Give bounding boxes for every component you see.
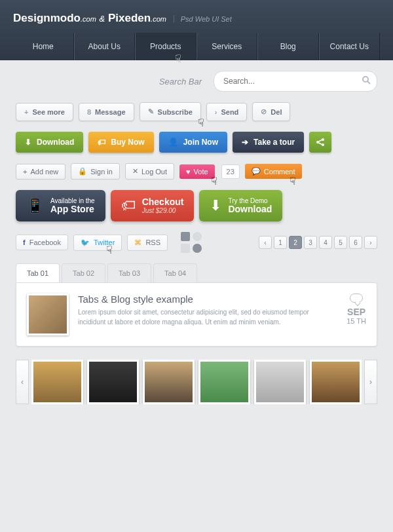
- vote-count: 23: [221, 164, 240, 179]
- carousel-prev[interactable]: ‹: [16, 360, 29, 404]
- facebook-icon: f: [23, 238, 26, 246]
- comment-icon: 💬: [252, 167, 261, 176]
- thumbnail[interactable]: [198, 360, 250, 404]
- sign-in-button[interactable]: 🔒Sign in: [71, 163, 120, 180]
- share-icon: [316, 138, 325, 147]
- page-1[interactable]: 1: [274, 236, 287, 249]
- download-icon: ⬇: [25, 138, 31, 147]
- add-new-button[interactable]: +Add new: [16, 164, 66, 180]
- share-button[interactable]: [309, 132, 331, 153]
- page-5[interactable]: 5: [334, 236, 347, 249]
- page-2[interactable]: 2: [289, 236, 302, 249]
- toggle-circle-off[interactable]: [193, 232, 202, 241]
- heart-icon: ♥: [186, 168, 191, 176]
- tab-title: Tabs & Blog style example: [78, 294, 337, 305]
- checkout-button[interactable]: 🏷 CheckoutJust $29.00: [111, 190, 195, 221]
- delete-icon: ⊘: [261, 107, 267, 116]
- tab-body: Lorem ipsum dolor sit amet, consectetur …: [78, 307, 337, 327]
- avatar: [27, 294, 69, 335]
- facebook-button[interactable]: fFacebook: [16, 235, 68, 250]
- join-button[interactable]: 👤Join Now: [159, 132, 227, 153]
- toggle-square-on[interactable]: [181, 232, 190, 241]
- nav-contact[interactable]: Contact Us: [319, 33, 381, 60]
- download-icon: ⬇: [210, 197, 221, 214]
- page-next[interactable]: ›: [364, 236, 377, 249]
- carousel: ‹ ›: [16, 360, 377, 404]
- plus-icon: +: [23, 168, 27, 176]
- search-label: Search Bar: [159, 77, 202, 86]
- page-4[interactable]: 4: [319, 236, 332, 249]
- thumbnail[interactable]: [254, 360, 306, 404]
- carousel-next[interactable]: ›: [364, 360, 377, 404]
- rss-icon: ⌘: [134, 238, 141, 247]
- comment-button[interactable]: 💬Comment: [245, 164, 302, 179]
- tab-1[interactable]: Tab 01: [16, 263, 60, 282]
- search-input[interactable]: [214, 71, 377, 92]
- tag-icon: 🏷: [98, 138, 105, 147]
- user-icon: 👤: [168, 138, 178, 147]
- arrow-right-icon: ➔: [242, 138, 248, 147]
- rss-button[interactable]: ⌘RSS: [127, 235, 168, 251]
- tour-button[interactable]: ➔Take a tour: [233, 132, 304, 153]
- nav-about[interactable]: About Us: [74, 33, 136, 60]
- buy-button[interactable]: 🏷Buy Now: [88, 132, 153, 153]
- twitter-icon: 🐦: [81, 238, 90, 247]
- twitter-button[interactable]: 🐦Twitter: [73, 235, 122, 251]
- date-badge: SEP 15 TH: [346, 294, 366, 325]
- toggle-circle-on[interactable]: [193, 244, 202, 253]
- page-prev[interactable]: ‹: [259, 236, 272, 249]
- tab-2[interactable]: Tab 02: [62, 263, 105, 282]
- see-more-button[interactable]: +See more: [16, 103, 73, 121]
- tab-panel: Tabs & Blog style example Lorem ipsum do…: [16, 282, 377, 347]
- thumbnail[interactable]: [87, 360, 139, 404]
- tab-4[interactable]: Tab 04: [153, 263, 197, 282]
- svg-point-4: [322, 143, 324, 146]
- main-nav: Home About Us Products Services Blog Con…: [13, 33, 380, 60]
- appstore-button[interactable]: 📱 Available in theApp Store: [16, 190, 105, 221]
- edit-icon: ✎: [148, 107, 154, 116]
- svg-point-2: [322, 138, 324, 141]
- search-box: [214, 71, 377, 92]
- close-icon: ✕: [132, 167, 138, 176]
- brand-title: Designmodo.com & Pixeden.com Psd Web UI …: [13, 12, 380, 33]
- svg-line-5: [319, 140, 322, 142]
- logout-button[interactable]: ✕Log Out: [125, 163, 174, 180]
- nav-blog[interactable]: Blog: [257, 33, 319, 60]
- nav-products[interactable]: Products: [135, 33, 196, 60]
- demo-download-button[interactable]: ⬇ Try the DemoDownload: [199, 190, 282, 221]
- toggle-square-off[interactable]: [181, 244, 190, 253]
- phone-icon: 📱: [26, 197, 44, 214]
- svg-line-1: [367, 81, 370, 84]
- vote-button[interactable]: ♥Vote: [179, 164, 215, 179]
- thumbnail[interactable]: [310, 360, 362, 404]
- search-icon: [362, 75, 371, 85]
- tab-3[interactable]: Tab 03: [107, 263, 151, 282]
- message-button[interactable]: 8Message: [79, 103, 134, 121]
- send-button[interactable]: ›Send: [206, 103, 248, 121]
- plus-icon: +: [24, 108, 28, 116]
- message-icon: 8: [87, 108, 91, 116]
- page-3[interactable]: 3: [304, 236, 317, 249]
- nav-services[interactable]: Services: [196, 33, 258, 60]
- nav-home[interactable]: Home: [13, 33, 74, 60]
- tag-icon: 🏷: [121, 197, 136, 214]
- svg-line-6: [319, 143, 322, 145]
- delete-button[interactable]: ⊘Del: [252, 102, 290, 121]
- subscribe-button[interactable]: ✎Subscribe: [140, 102, 201, 121]
- thumbnail[interactable]: [143, 360, 195, 404]
- lock-icon: 🔒: [78, 167, 87, 176]
- thumbnail[interactable]: [31, 360, 83, 404]
- svg-point-0: [363, 77, 368, 82]
- chevron-right-icon: ›: [215, 108, 217, 116]
- page-6[interactable]: 6: [349, 236, 362, 249]
- comment-bubble-icon: [350, 294, 363, 303]
- tab-list: Tab 01 Tab 02 Tab 03 Tab 04: [16, 263, 377, 282]
- download-button[interactable]: ⬇Download: [16, 132, 83, 153]
- pagination: ‹ 1 2 3 4 5 6 ›: [259, 236, 377, 249]
